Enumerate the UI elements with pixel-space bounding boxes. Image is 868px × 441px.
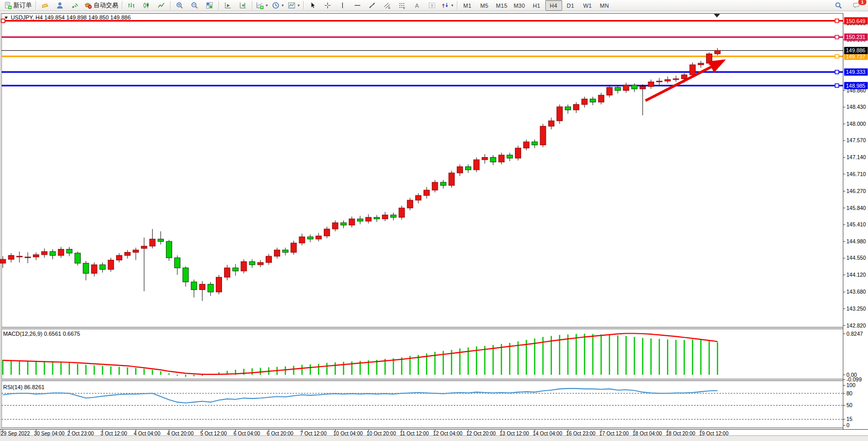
chart-canvas[interactable]: 150.590150.160148.860148.430148.000147.5… xyxy=(0,11,868,441)
svg-text:18 Oct 20:00: 18 Oct 20:00 xyxy=(666,431,696,436)
svg-text:80: 80 xyxy=(846,390,853,396)
svg-text:148.985: 148.985 xyxy=(846,83,865,89)
new-order-button-label: 新订单 xyxy=(13,1,32,10)
autotrading-button[interactable]: 自动交易 xyxy=(82,0,120,11)
svg-text:15: 15 xyxy=(846,416,853,422)
toolbar-separator xyxy=(35,1,36,10)
cursor-icon xyxy=(309,2,317,9)
svg-text:F: F xyxy=(403,6,405,9)
svg-text:144.980: 144.980 xyxy=(846,238,866,244)
horizontal-line-button[interactable] xyxy=(350,0,365,11)
svg-text:29 Sep 2022: 29 Sep 2022 xyxy=(1,431,30,436)
timeframe-m5[interactable]: M5 xyxy=(476,0,493,11)
auto-scroll-button[interactable] xyxy=(220,0,235,11)
arrows-icon xyxy=(441,2,449,9)
svg-text:100: 100 xyxy=(846,382,856,388)
toolbar-right: 1 xyxy=(831,0,864,11)
timeframe-m1[interactable]: M1 xyxy=(459,0,476,11)
gold-icon xyxy=(41,2,49,9)
timeframe-h4[interactable]: H4 xyxy=(545,0,562,11)
new-order-icon xyxy=(4,2,12,9)
svg-text:16 Oct 23:00: 16 Oct 23:00 xyxy=(566,431,596,436)
metaeditor-button[interactable] xyxy=(38,0,52,11)
svg-text:149.737: 149.737 xyxy=(846,53,865,60)
autotrading-icon xyxy=(84,2,92,9)
linechart-icon xyxy=(157,2,165,9)
toolbar-separator xyxy=(122,1,122,10)
arrows-button[interactable]: ▾ xyxy=(439,0,455,11)
svg-text:147.570: 147.570 xyxy=(846,137,866,143)
fibonacci-button[interactable]: F xyxy=(395,0,410,11)
chartshift-icon xyxy=(239,2,247,9)
timeframe-d1[interactable]: D1 xyxy=(562,0,579,11)
candle-chart-button[interactable] xyxy=(139,0,154,11)
chat-button[interactable]: 1 xyxy=(849,0,864,11)
time-axis[interactable]: 29 Sep 202230 Sep 04:002 Oct 23:003 Oct … xyxy=(0,430,868,436)
symbol-dropdown-caret[interactable]: ▼ xyxy=(4,15,9,20)
timeframe-m15[interactable]: M15 xyxy=(493,0,510,11)
equidistant-channel-button[interactable]: E xyxy=(380,0,395,11)
template-icon xyxy=(288,2,296,9)
textA-icon: A xyxy=(413,2,421,9)
svg-text:145.410: 145.410 xyxy=(846,221,866,227)
timeframe-h4-label: H4 xyxy=(550,3,558,9)
search-button[interactable] xyxy=(831,0,846,11)
svg-text:30 Sep 04:00: 30 Sep 04:00 xyxy=(34,431,65,436)
svg-text:13 Oct 12:00: 13 Oct 12:00 xyxy=(500,431,529,436)
price-axis[interactable]: 150.590150.160148.860148.430148.000147.5… xyxy=(843,13,866,429)
chart-window: 150.590150.160148.860148.430148.000147.5… xyxy=(0,11,868,441)
svg-text:148.430: 148.430 xyxy=(846,104,866,110)
rsi-pane[interactable] xyxy=(2,381,843,428)
zoom-in-button[interactable] xyxy=(172,0,187,11)
svg-text:148.000: 148.000 xyxy=(846,121,866,127)
svg-text:14 Oct 04:00: 14 Oct 04:00 xyxy=(533,431,563,436)
line-chart-button[interactable] xyxy=(154,0,169,11)
window-frame-left xyxy=(0,12,2,440)
signals-button[interactable] xyxy=(67,0,82,11)
toolbar-separator xyxy=(457,1,457,10)
new-order-button[interactable]: 新订单 xyxy=(2,0,34,11)
hline-icon xyxy=(354,2,361,9)
svg-text:149.333: 149.333 xyxy=(846,69,865,75)
text-label-button[interactable]: T xyxy=(424,0,439,11)
community-button[interactable] xyxy=(52,0,67,11)
text-button[interactable]: A xyxy=(410,0,424,11)
chevron-down-icon: ▾ xyxy=(266,3,268,8)
crosshair-button[interactable] xyxy=(320,0,335,11)
vertical-line-button[interactable] xyxy=(335,0,350,11)
chart-shift-button[interactable] xyxy=(235,0,250,11)
bar-chart-button[interactable] xyxy=(124,0,139,11)
timeframe-m30[interactable]: M30 xyxy=(510,0,528,11)
svg-text:0: 0 xyxy=(846,422,849,428)
svg-text:10 Oct 04:00: 10 Oct 04:00 xyxy=(334,431,363,436)
zoomout-icon xyxy=(191,2,198,9)
timeframe-h1-label: H1 xyxy=(533,3,541,9)
autotrading-button-label: 自动交易 xyxy=(94,1,118,10)
svg-text:4 Oct 20:00: 4 Oct 20:00 xyxy=(167,431,194,436)
tile-windows-button[interactable] xyxy=(202,0,217,11)
timeframe-w1[interactable]: W1 xyxy=(579,0,596,11)
main-pane[interactable] xyxy=(2,13,843,328)
new-chart-button[interactable]: ▾ xyxy=(254,0,270,11)
timeframe-h1[interactable]: H1 xyxy=(528,0,545,11)
macd-label: MACD(12,26,9) 0.6561 0.6675 xyxy=(3,331,80,337)
tile-icon xyxy=(206,2,213,9)
cursor-button[interactable] xyxy=(305,0,320,11)
person-icon xyxy=(56,2,64,9)
price-line-badges: 150.649150.231149.737149.333148.985149.8… xyxy=(844,17,868,89)
periods-button[interactable]: ▾ xyxy=(270,0,286,11)
templates-button[interactable]: ▾ xyxy=(286,0,302,11)
svg-text:5 Oct 12:00: 5 Oct 12:00 xyxy=(200,431,227,436)
trendline-button[interactable] xyxy=(365,0,380,11)
svg-text:144.120: 144.120 xyxy=(846,272,866,278)
svg-text:A: A xyxy=(415,3,419,9)
timeframe-mn-label: MN xyxy=(600,3,609,9)
svg-text:E: E xyxy=(388,6,390,9)
zoom-out-button[interactable] xyxy=(187,0,202,11)
notification-badge: 1 xyxy=(858,0,867,6)
svg-text:3 Oct 12:00: 3 Oct 12:00 xyxy=(101,431,127,436)
newchart-icon xyxy=(256,2,264,9)
timeframe-mn[interactable]: MN xyxy=(596,0,613,11)
svg-text:18 Oct 04:00: 18 Oct 04:00 xyxy=(633,431,662,436)
svg-text:143.680: 143.680 xyxy=(846,289,866,295)
